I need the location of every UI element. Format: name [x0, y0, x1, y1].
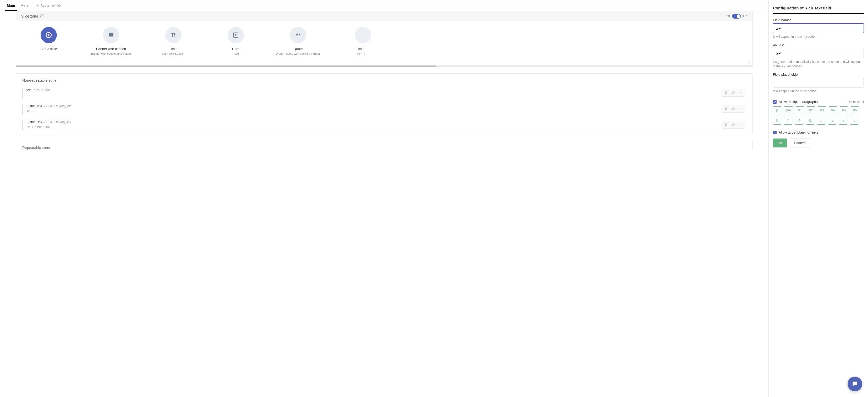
chip-italic[interactable] [784, 117, 792, 125]
field-actions [721, 105, 745, 113]
horizontal-scrollbar[interactable] [16, 65, 752, 67]
field-name-input[interactable] [773, 24, 864, 33]
drag-icon [739, 107, 743, 111]
cancel-button[interactable]: Cancel [790, 139, 810, 147]
overflow-indicator [16, 60, 752, 65]
chip-bold[interactable] [773, 117, 781, 125]
delete-button[interactable] [723, 106, 728, 111]
svg-point-11 [809, 120, 810, 121]
drag-handle[interactable] [738, 90, 743, 95]
slice-title: Text [357, 47, 364, 51]
check-icon [773, 131, 776, 134]
slice-add[interactable]: Add a slice [24, 27, 73, 56]
slice-title: Banner with caption [96, 47, 126, 51]
placeholder-input[interactable] [773, 78, 864, 88]
slice-text-2[interactable]: Text Rich Te [336, 27, 385, 56]
tab-main[interactable]: Main [5, 0, 17, 11]
slice-title: Hero [232, 47, 239, 51]
code-icon [819, 119, 823, 123]
ok-button[interactable]: OK [773, 139, 787, 147]
scrollbar-thumb[interactable] [16, 65, 436, 67]
help-icon[interactable]: ? [40, 14, 44, 18]
svg-point-9 [733, 124, 734, 125]
unselect-all-button[interactable]: Unselect all [847, 100, 864, 104]
field-actions [721, 89, 745, 97]
chip-image[interactable] [806, 117, 814, 125]
chip-h1[interactable]: h1 [796, 106, 804, 114]
link-icon [27, 125, 30, 129]
settings-button[interactable] [731, 90, 736, 95]
field-name: Button Link [27, 120, 42, 124]
field-preview[interactable]: Select a link [32, 125, 51, 129]
drag-icon [739, 91, 743, 95]
chip-h6[interactable]: h6 [851, 106, 859, 114]
slice-hero[interactable]: Hero Hero [211, 27, 260, 56]
format-chip-grid: p pre h1 h2 h3 h4 h5 h6 123 rtl [773, 106, 864, 125]
svg-point-14 [831, 122, 831, 122]
toggle-switch[interactable] [732, 14, 741, 19]
api-id-label: API ID* [773, 43, 864, 47]
slice-subtitle: Banner with caption and button [91, 52, 131, 56]
field-actions [721, 121, 745, 129]
sidebar-title: Configuration of Rich Text field [773, 0, 864, 14]
chip-h4[interactable]: h4 [829, 106, 837, 114]
slice-subtitle: A short quote with author's portrait [276, 52, 320, 56]
image-caption-icon [107, 32, 115, 38]
chip-h5[interactable]: h5 [840, 106, 848, 114]
drag-handle[interactable] [738, 106, 743, 111]
api-id-label: API ID : [44, 120, 55, 124]
slice-quote[interactable]: Quote A short quote with author's portra… [273, 27, 323, 56]
non-repeatable-zone: Non-repeatable zone text API ID : text .… [16, 73, 753, 134]
slice-text[interactable]: Text Rich Text Section [149, 27, 198, 56]
slice-zone-title-text: Slice zone [21, 14, 38, 18]
chat-fab[interactable] [847, 376, 862, 391]
chip-h2[interactable]: h2 [807, 106, 815, 114]
bold-icon [775, 119, 779, 123]
svg-text:3: 3 [842, 121, 842, 122]
target-blank-checkbox[interactable] [773, 131, 777, 134]
chip-p[interactable]: p [773, 106, 781, 114]
svg-rect-1 [109, 33, 113, 36]
api-id-input[interactable] [773, 49, 864, 58]
tabs-row: Main Meta Add a new tab [0, 0, 769, 11]
field-name-hint: It will appear in the entry editor [773, 35, 864, 39]
svg-point-5 [749, 62, 750, 63]
chip-rtl[interactable]: rtl [850, 117, 858, 125]
slice-banner-caption[interactable]: Banner with caption Banner with caption … [86, 27, 136, 56]
placeholder-hint: It will appear in the entry editor [773, 89, 864, 93]
svg-point-12 [831, 120, 831, 120]
field-row-text: text API ID : text ... [16, 85, 752, 101]
add-tab-label: Add a new tab [40, 4, 61, 7]
tab-meta[interactable]: Meta [19, 0, 30, 11]
chip-pre[interactable]: pre [784, 106, 793, 114]
trash-icon [724, 91, 728, 95]
chip-link[interactable] [795, 117, 803, 125]
allow-target-blank-row: Allow target blank for links [773, 130, 864, 134]
slice-subtitle: Rich Text Section [162, 52, 185, 56]
drag-icon [739, 123, 743, 126]
allow-multi-checkbox[interactable] [773, 100, 777, 104]
chip-list-ul[interactable] [828, 117, 836, 125]
content-area: Slice zone ? Off On Add a slice [0, 11, 769, 397]
slices-row: Add a slice Banner with caption Banner w… [16, 21, 752, 60]
settings-button[interactable] [731, 106, 736, 111]
slice-subtitle: Rich Te [356, 52, 365, 56]
delete-button[interactable] [723, 90, 728, 95]
chip-embed[interactable] [817, 117, 825, 125]
field-preview[interactable]: ... [27, 93, 50, 97]
allow-multi-row: Allow multiple paragraphs Unselect all [773, 100, 864, 104]
add-tab-button[interactable]: Add a new tab [34, 1, 63, 10]
field-row-button-text: Button Text API ID : button_text ... [16, 101, 752, 117]
delete-button[interactable] [723, 122, 728, 127]
svg-point-7 [733, 92, 734, 93]
svg-point-6 [749, 64, 750, 64]
drag-handle[interactable] [738, 122, 743, 127]
settings-button[interactable] [731, 122, 736, 127]
chip-list-ol[interactable]: 123 [839, 117, 847, 125]
field-name: Button Text [27, 104, 42, 108]
trash-icon [724, 123, 728, 126]
image-icon [808, 119, 812, 123]
chip-h3[interactable]: h3 [818, 106, 826, 114]
target-blank-label: Allow target blank for links [779, 130, 818, 134]
field-preview[interactable]: ... [32, 109, 35, 113]
